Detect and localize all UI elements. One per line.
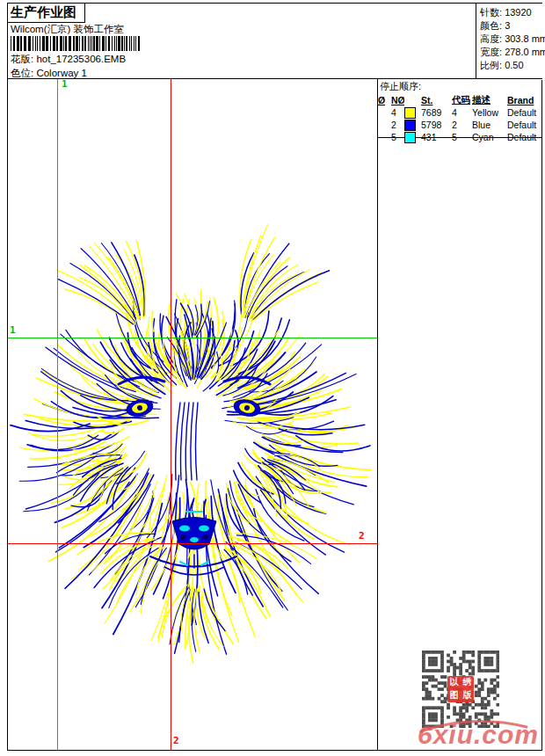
colorway-value: Colorway 1	[36, 68, 87, 78]
info-value: 3	[505, 20, 510, 31]
cell-desc: Blue	[472, 119, 507, 131]
info-value: 13920	[505, 7, 532, 18]
registration-line-1-vertical	[57, 79, 58, 750]
column-header: Brand	[507, 94, 545, 106]
thread-color-swatch	[404, 120, 416, 131]
stop-sequence-title: 停止顺序:	[378, 79, 541, 93]
info-label: 颜色:	[480, 20, 505, 31]
stamp-character: 图	[447, 689, 461, 702]
stop-sequence-header-row: ØNØSt.代码描述Brand元素	[378, 94, 545, 106]
production-worksheet-page: 生产作业图 Wilcom(汇京) 装饰工作室 花版: hot_17235306.…	[7, 3, 542, 751]
wolf-nose	[172, 518, 216, 550]
cell-desc: Cyan	[472, 131, 507, 143]
cell-ndl: 5	[391, 131, 404, 143]
red-seal-stamp: 以绣图版	[447, 676, 474, 702]
stop-sequence-grid: ØNØSt.代码描述Brand元素 1.476894YellowDefault2…	[378, 94, 545, 143]
stop-sequence-row: 1.476894YellowDefault	[378, 106, 545, 119]
registration-line-2-vertical	[171, 79, 171, 750]
design-right-divider	[377, 78, 378, 751]
info-value: 0.50	[505, 60, 523, 70]
colorway-label: 色位:	[11, 68, 33, 78]
barcode	[11, 36, 144, 51]
stop-sequence-row: 3.54315CyanDefault	[378, 131, 545, 143]
design-info-panel: 针数: 13920颜色: 3高度: 303.8 mm宽度: 278.0 mm比例…	[476, 4, 545, 80]
pattern-value: hot_17235306.EMB	[36, 54, 126, 64]
info-line: 颜色: 3	[480, 19, 545, 33]
cell-brand: Default	[507, 131, 545, 143]
registration-line-2-horizontal	[8, 543, 377, 544]
stamp-character: 以	[447, 676, 461, 689]
column-header: St.	[421, 94, 452, 106]
cell-desc: Yellow	[472, 106, 507, 119]
pattern-filename: 花版: hot_17235306.EMB	[11, 53, 126, 66]
registration-line-1-horizontal	[8, 338, 377, 338]
cell-swc	[404, 106, 421, 119]
cell-st: 431	[421, 131, 452, 143]
column-header: 描述	[472, 94, 507, 106]
cell-brand: Default	[507, 119, 545, 131]
info-value: 278.0 mm	[505, 47, 545, 57]
cell-swc	[404, 131, 421, 143]
column-header: NØ	[391, 94, 404, 106]
cell-brand: Default	[507, 106, 545, 119]
info-line: 比例: 0.50	[480, 59, 545, 72]
stop-sequence-table: 停止顺序: ØNØSt.代码描述Brand元素 1.476894YellowDe…	[378, 79, 541, 138]
marker-1-top-label: 1	[62, 78, 68, 90]
watermark-text: 6xiu.com	[418, 720, 539, 750]
stamp-character: 版	[461, 689, 474, 702]
marker-2-bottom-label: 2	[173, 735, 179, 746]
stamp-character: 绣	[461, 676, 474, 689]
cell-st: 7689	[421, 106, 452, 119]
info-line: 针数: 13920	[480, 6, 545, 19]
info-value: 303.8 mm	[505, 33, 545, 44]
studio-name: Wilcom(汇京) 装饰工作室	[11, 23, 124, 36]
info-line: 宽度: 278.0 mm	[480, 46, 545, 59]
info-label: 宽度:	[480, 47, 505, 57]
cell-ndl: 2	[391, 119, 404, 131]
pattern-label: 花版:	[11, 54, 33, 64]
cell-st: 5798	[421, 119, 452, 131]
cell-swc	[404, 119, 421, 131]
info-label: 高度:	[480, 33, 505, 44]
column-header	[404, 94, 421, 106]
wolf-embroidery-design	[8, 79, 377, 750]
stop-sequence-row: 2.257982BlueDefault	[378, 119, 545, 131]
column-header: 代码	[452, 94, 472, 106]
page-title: 生产作业图	[7, 3, 85, 23]
cell-code: 2	[452, 119, 472, 131]
cell-code: 4	[452, 106, 472, 119]
marker-1-left-label: 1	[10, 324, 16, 336]
info-label: 比例:	[480, 60, 505, 70]
marker-2-right-label: 2	[359, 530, 365, 542]
cell-code: 5	[452, 131, 472, 143]
thread-color-swatch	[404, 132, 416, 143]
info-label: 针数:	[480, 7, 505, 18]
cell-ndl: 4	[391, 106, 404, 119]
thread-color-swatch	[404, 107, 416, 119]
column-header: Ø	[378, 94, 391, 106]
info-line: 高度: 303.8 mm	[480, 33, 545, 46]
